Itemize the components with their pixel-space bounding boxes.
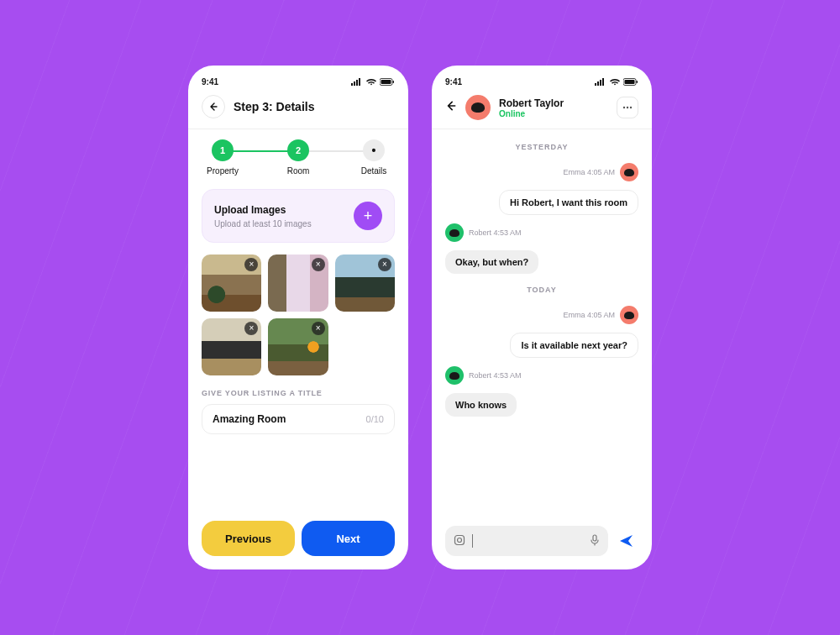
wifi-icon [610, 78, 620, 86]
listing-details-screen: 9:41 Step 3: Details 1 Property 2 Room D… [188, 66, 408, 569]
next-button[interactable]: Next [302, 521, 395, 556]
svg-point-16 [630, 107, 632, 108]
back-button[interactable] [202, 95, 225, 118]
message-author-time: Emma 4:05 AM [563, 168, 615, 176]
cellular-icon [351, 78, 363, 86]
upload-subtitle: Upload at least 10 images [214, 219, 312, 228]
message-bubble-sent[interactable]: Hi Robert, I want this room [499, 190, 638, 215]
back-button[interactable] [445, 100, 457, 115]
message-bubble-sent[interactable]: Is it available next year? [510, 333, 638, 358]
message-meta: Emma 4:05 AM [445, 306, 638, 324]
page-header: Step 3: Details [202, 95, 395, 118]
image-thumbnail[interactable]: × [202, 255, 261, 312]
upload-title: Upload Images [214, 204, 312, 216]
step-label: Property [207, 166, 239, 176]
contact-info[interactable]: Robert Taylor Online [499, 97, 564, 118]
char-counter: 0/10 [366, 414, 384, 424]
image-thumbnail[interactable]: × [202, 318, 261, 375]
svg-rect-5 [381, 80, 391, 84]
svg-rect-2 [356, 80, 358, 86]
chat-input-bar [445, 526, 638, 556]
remove-image-button[interactable]: × [244, 258, 258, 271]
wifi-icon [366, 78, 376, 86]
svg-rect-3 [359, 78, 360, 86]
status-bar: 9:41 [445, 77, 638, 87]
step-details[interactable]: Details [353, 139, 395, 176]
contact-name: Robert Taylor [499, 97, 564, 109]
battery-icon [380, 78, 395, 86]
step-circle: 2 [287, 139, 309, 161]
svg-rect-19 [593, 535, 596, 541]
remove-image-button[interactable]: × [312, 322, 325, 335]
message-input[interactable] [445, 526, 608, 556]
step-label: Room [287, 166, 310, 176]
battery-icon [623, 78, 638, 86]
previous-button[interactable]: Previous [202, 521, 295, 556]
stepper: 1 Property 2 Room Details [202, 139, 395, 176]
ellipsis-icon [622, 106, 633, 109]
step-property[interactable]: 1 Property [202, 139, 244, 176]
day-separator: YESTERDAY [445, 143, 638, 151]
svg-rect-12 [625, 80, 635, 84]
message-bubble-received[interactable]: Okay, but when? [445, 250, 538, 274]
chat-screen: 9:41 Robert Taylor Online YESTERDAY Emma… [432, 66, 652, 569]
listing-title-value: Amazing Room [213, 413, 286, 425]
status-bar: 9:41 [202, 77, 395, 87]
remove-image-button[interactable]: × [312, 258, 325, 271]
svg-rect-1 [354, 81, 355, 86]
svg-rect-0 [351, 83, 353, 86]
divider [432, 129, 652, 129]
sender-avatar [620, 163, 638, 181]
text-cursor [472, 534, 473, 548]
svg-point-15 [627, 107, 628, 108]
step-circle: 1 [212, 139, 234, 161]
contact-status: Online [499, 109, 564, 118]
image-thumbnail[interactable]: × [268, 255, 328, 312]
arrow-left-icon [208, 102, 218, 112]
svg-rect-8 [597, 81, 599, 86]
chat-header: Robert Taylor Online [445, 95, 638, 120]
send-button[interactable] [615, 529, 638, 553]
status-icons [351, 78, 395, 86]
sender-avatar [620, 306, 638, 324]
more-options-button[interactable] [617, 97, 638, 118]
upload-card: Upload Images Upload at least 10 images … [202, 189, 395, 243]
page-title: Step 3: Details [234, 100, 314, 113]
remove-image-button[interactable]: × [244, 322, 258, 335]
cellular-icon [595, 78, 606, 86]
listing-title-input[interactable]: Amazing Room 0/10 [202, 404, 395, 434]
message-author-time: Emma 4:05 AM [563, 311, 615, 319]
status-icons [595, 78, 638, 86]
svg-rect-7 [595, 83, 596, 86]
message-author-time: Robert 4:53 AM [469, 228, 522, 237]
mic-icon[interactable] [590, 534, 600, 548]
image-grid: × × × × × [202, 255, 395, 375]
image-thumbnail[interactable]: × [268, 318, 328, 375]
svg-point-18 [458, 538, 462, 542]
remove-image-button[interactable]: × [378, 258, 391, 271]
svg-point-14 [623, 107, 625, 108]
step-room[interactable]: 2 Room [277, 139, 319, 176]
clock: 9:41 [202, 77, 218, 87]
section-label: GIVE YOUR LISTING A TITLE [202, 389, 395, 397]
contact-avatar[interactable] [465, 95, 491, 120]
message-meta: Emma 4:05 AM [445, 163, 638, 181]
svg-rect-17 [455, 535, 465, 544]
svg-rect-13 [637, 81, 638, 83]
send-icon [618, 533, 635, 549]
image-thumbnail[interactable]: × [335, 255, 395, 312]
attachment-icon[interactable] [454, 534, 465, 548]
svg-rect-6 [393, 81, 395, 83]
arrow-left-icon [445, 100, 457, 112]
message-author-time: Robert 4:53 AM [469, 371, 522, 380]
add-image-button[interactable]: + [354, 202, 382, 230]
step-circle [363, 139, 385, 161]
clock: 9:41 [445, 77, 462, 87]
footer-buttons: Previous Next [202, 521, 395, 556]
chat-body: YESTERDAY Emma 4:05 AM Hi Robert, I want… [445, 139, 638, 517]
day-separator: TODAY [445, 286, 638, 294]
sender-avatar [445, 223, 464, 242]
message-bubble-received[interactable]: Who knows [445, 393, 517, 417]
message-meta: Robert 4:53 AM [445, 366, 638, 385]
sender-avatar [445, 366, 464, 385]
